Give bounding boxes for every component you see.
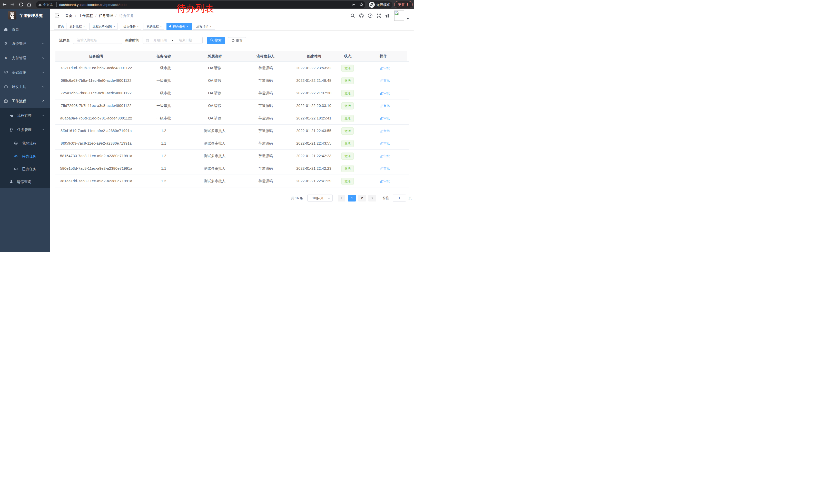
svg-text:?: ? bbox=[369, 14, 371, 17]
